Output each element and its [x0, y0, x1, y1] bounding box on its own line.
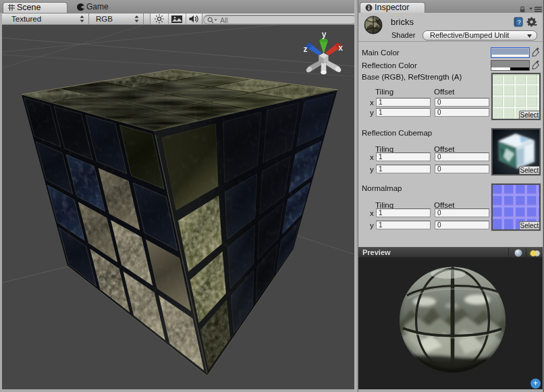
svg-text:?: ?: [518, 19, 521, 26]
svg-text:z: z: [304, 45, 308, 54]
svg-text:x: x: [338, 43, 343, 53]
svg-text:y: y: [322, 30, 327, 39]
